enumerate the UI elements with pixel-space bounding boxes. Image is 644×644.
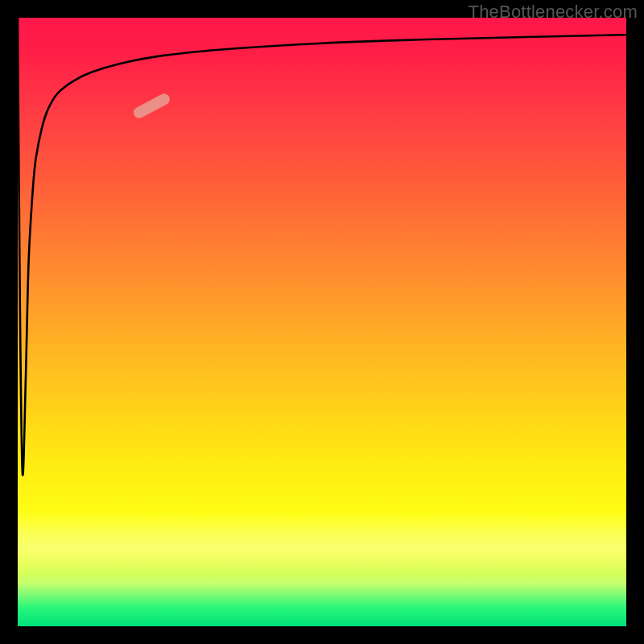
plot-area [18, 18, 626, 626]
frame-right [626, 0, 644, 644]
frame-left [0, 0, 18, 644]
frame-bottom [0, 626, 644, 644]
curve-svg [18, 18, 626, 626]
bottleneck-curve-path [18, 18, 626, 475]
curve-marker [131, 92, 171, 120]
watermark: TheBottlenecker.com [469, 2, 638, 23]
bottleneck-chart: TheBottlenecker.com [0, 0, 644, 644]
